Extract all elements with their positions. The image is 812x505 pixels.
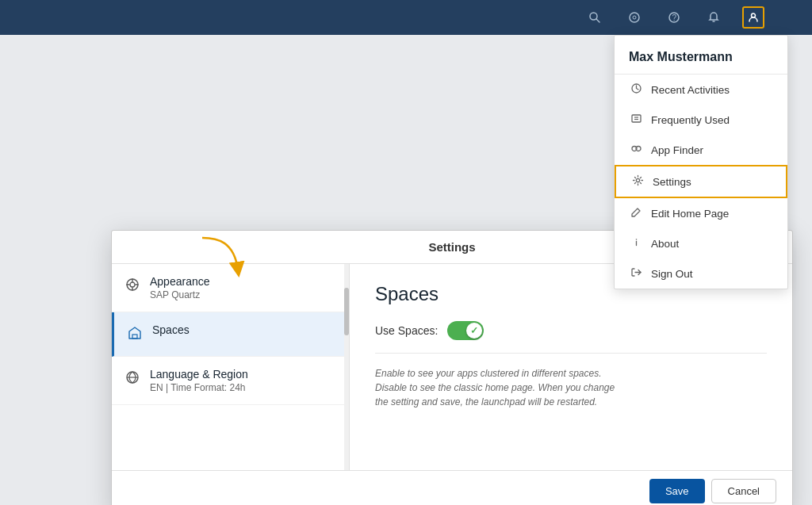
settings-sidebar: Appearance SAP Quartz Spaces [112, 264, 350, 470]
menu-item-about[interactable]: About [615, 228, 787, 258]
toggle-container: ✓ [447, 321, 484, 340]
menu-item-settings-label: Settings [653, 176, 691, 188]
cancel-button[interactable]: Cancel [711, 479, 776, 503]
save-button[interactable]: Save [649, 479, 705, 503]
svg-rect-20 [132, 335, 137, 339]
svg-text:?: ? [672, 13, 677, 22]
svg-line-1 [596, 19, 599, 22]
recent-icon [629, 82, 643, 97]
settings-sidebar-spaces[interactable]: Spaces [112, 312, 349, 357]
user-icon[interactable] [742, 6, 764, 29]
spaces-title: Spaces [152, 323, 190, 336]
svg-point-19 [130, 282, 135, 287]
menu-item-recent[interactable]: Recent Activities [615, 75, 787, 105]
user-menu-dropdown: Max Mustermann Recent Activities Frequen… [614, 35, 788, 289]
user-menu-username: Max Mustermann [615, 36, 787, 75]
menu-item-appfinder-label: App Finder [651, 144, 703, 156]
settings-footer: Save Cancel [112, 470, 792, 505]
help-icon[interactable]: ? [663, 6, 685, 29]
settings-sidebar-appearance[interactable]: Appearance SAP Quartz [112, 264, 349, 312]
language-text: Language & Region EN | Time Format: 24h [150, 368, 248, 393]
settings-content: Spaces Use Spaces: ✓ Enable to see your … [350, 264, 792, 470]
menu-item-appfinder[interactable]: App Finder [615, 135, 787, 165]
menu-item-settings[interactable]: Settings [615, 165, 787, 198]
menu-item-about-label: About [651, 238, 679, 250]
svg-point-14 [636, 178, 639, 182]
use-spaces-label: Use Spaces: [375, 324, 438, 337]
settings-icon [630, 174, 645, 189]
menu-item-frequent-label: Frequently Used [651, 114, 730, 126]
svg-point-15 [635, 239, 637, 240]
language-subtitle: EN | Time Format: 24h [150, 382, 248, 393]
spaces-icon [127, 325, 143, 345]
edit-icon [629, 206, 643, 220]
menu-item-editpage[interactable]: Edit Home Page [615, 198, 787, 228]
settings-body: Appearance SAP Quartz Spaces [112, 264, 792, 470]
appearance-subtitle: SAP Quartz [150, 289, 210, 300]
menu-item-signout[interactable]: Sign Out [615, 258, 787, 289]
spaces-description: Enable to see your apps clustered in dif… [375, 366, 629, 409]
menu-item-frequent[interactable]: Frequently Used [615, 105, 787, 135]
menu-item-editpage-label: Edit Home Page [651, 208, 729, 220]
appearance-title: Appearance [150, 275, 210, 288]
search-icon[interactable] [584, 6, 606, 29]
toggle-check-icon: ✓ [470, 325, 478, 336]
use-spaces-toggle[interactable]: ✓ [447, 321, 484, 340]
topbar: ? [0, 0, 812, 35]
language-icon [124, 369, 140, 389]
settings-sidebar-language[interactable]: Language & Region EN | Time Format: 24h [112, 357, 349, 405]
appearance-icon [124, 277, 140, 296]
svg-point-3 [633, 16, 636, 19]
svg-point-2 [630, 13, 639, 22]
appearance-text: Appearance SAP Quartz [150, 275, 210, 300]
svg-rect-9 [632, 115, 641, 122]
menu-item-signout-label: Sign Out [651, 268, 693, 280]
frequent-icon [629, 113, 643, 127]
info-icon [629, 236, 643, 251]
appfinder-icon [629, 143, 643, 157]
bell-icon[interactable] [703, 6, 725, 29]
spaces-text: Spaces [152, 323, 190, 336]
language-title: Language & Region [150, 368, 248, 381]
toggle-knob: ✓ [466, 323, 482, 339]
menu-item-recent-label: Recent Activities [651, 84, 730, 96]
scrollbar-track [344, 264, 349, 470]
scrollbar-thumb[interactable] [344, 288, 349, 335]
history-icon[interactable] [623, 6, 645, 29]
use-spaces-row: Use Spaces: ✓ [375, 321, 767, 354]
signout-icon [629, 266, 643, 281]
